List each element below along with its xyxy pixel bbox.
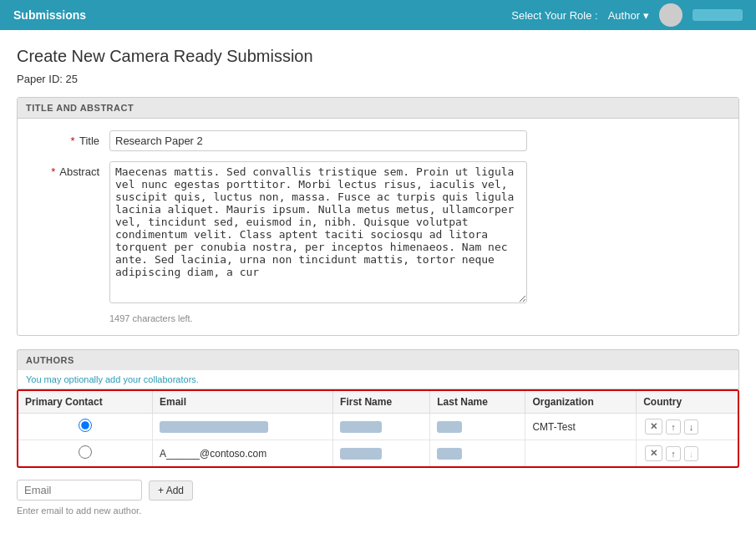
add-author-row: + Add [17,475,739,506]
authors-subtext: You may optionally add your collaborator… [17,370,739,389]
title-label: * Title [26,130,109,147]
move-up-btn-1[interactable] [666,419,681,435]
country-cell-2 [637,440,738,467]
title-required-star: * [70,135,74,147]
col-header-email: Email [153,391,333,414]
col-header-organization: Organization [525,391,637,414]
last-name-cell-1 [430,414,525,440]
abstract-row: * Abstract [26,161,730,303]
country-cell-1 [637,414,738,440]
move-down-btn-2[interactable] [684,446,699,461]
authors-table-wrapper: Primary Contact Email First Name Last Na… [17,389,739,468]
col-header-primary-contact: Primary Contact [18,391,153,414]
delete-author-btn-2[interactable] [645,445,662,461]
abstract-textarea[interactable] [109,161,527,303]
arrow-up-icon-1 [671,422,676,432]
email-cell-1 [153,414,333,440]
email-blurred-1 [160,421,268,433]
title-abstract-panel: TITLE AND ABSTRACT * Title * Abstract 14… [17,97,739,336]
page-title: Create New Camera Ready Submission [17,47,739,66]
first-name-blurred-2 [340,448,382,460]
primary-contact-cell-2 [18,440,153,467]
x-icon-2 [650,448,657,458]
abstract-label: * Abstract [26,161,109,178]
role-dropdown[interactable]: Author [608,9,649,22]
user-name [693,9,743,21]
add-hint: Enter email to add new author. [17,506,739,516]
move-up-btn-2[interactable] [666,446,681,461]
abstract-required-star: * [51,165,55,178]
org-cell-2 [525,440,637,467]
primary-contact-radio-2[interactable] [79,445,92,459]
arrow-down-icon-1 [689,422,694,432]
title-input[interactable] [109,130,527,151]
last-name-cell-2 [430,440,525,467]
new-author-email-input[interactable] [17,480,142,501]
table-row: A______@contoso.com [18,440,738,467]
org-cell-1: CMT-Test [525,414,637,440]
email-cell-2: A______@contoso.com [153,440,333,467]
title-row: * Title [26,130,730,151]
char-count: 1497 characters left. [109,313,730,323]
paper-id-line: Paper ID: 25 [17,73,739,85]
avatar [659,3,682,27]
col-header-last-name: Last Name [430,391,525,414]
x-icon-1 [650,421,657,431]
table-row: CMT-Test [18,414,738,440]
authors-table: Primary Contact Email First Name Last Na… [18,391,738,466]
arrow-up-icon-2 [671,449,676,459]
main-content: Create New Camera Ready Submission Paper… [0,30,756,537]
last-name-blurred-1 [437,421,462,433]
first-name-cell-2 [333,440,430,467]
last-name-blurred-2 [437,448,462,460]
col-header-first-name: First Name [333,391,430,414]
title-abstract-header: TITLE AND ABSTRACT [18,98,738,119]
paper-id-label: Paper ID: [17,73,63,85]
delete-author-btn-1[interactable] [645,419,662,435]
primary-contact-cell-1 [18,414,153,440]
col-header-country: Country [637,391,738,414]
arrow-down-icon-2 [689,449,694,459]
paper-id-value: 25 [66,73,78,85]
authors-section: AUTHORS You may optionally add your coll… [17,349,739,516]
email-value-2: A______@contoso.com [160,448,266,460]
authors-header: AUTHORS [17,349,739,370]
role-prompt-label: Select Your Role : [511,9,597,22]
first-name-cell-1 [333,414,430,440]
top-navigation: Submissions Select Your Role : Author [0,0,756,30]
move-down-btn-1[interactable] [684,419,699,435]
submissions-nav-label[interactable]: Submissions [13,8,86,22]
add-author-button[interactable]: + Add [149,480,193,501]
first-name-blurred-1 [340,421,382,433]
primary-contact-radio-1[interactable] [79,419,92,432]
